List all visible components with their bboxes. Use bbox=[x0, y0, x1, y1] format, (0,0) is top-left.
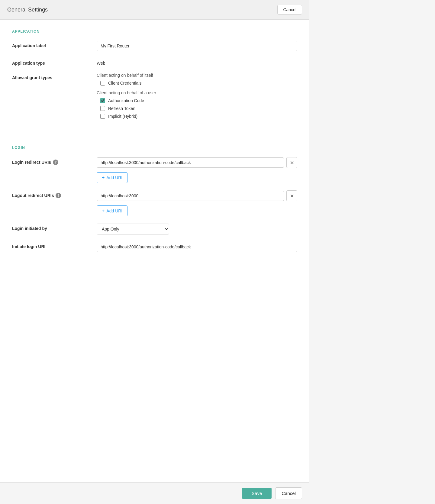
application-type-label: Application type bbox=[12, 58, 97, 66]
logout-redirect-add-uri-button[interactable]: + Add URI bbox=[97, 205, 127, 216]
page-header: General Settings Cancel bbox=[0, 0, 309, 20]
login-section: LOGIN Login redirect URIs ? ✕ + Add URI bbox=[12, 146, 297, 252]
login-initiated-by-select[interactable]: App Only User Both bbox=[97, 224, 169, 234]
initiate-login-uri-row: Initiate login URI bbox=[12, 242, 297, 252]
refresh-token-label[interactable]: Refresh Token bbox=[108, 106, 135, 111]
grant-group-2: Client acting on behalf of a user Author… bbox=[97, 90, 297, 119]
application-label-input[interactable] bbox=[97, 41, 297, 51]
login-redirect-uri-input-0[interactable] bbox=[97, 157, 284, 168]
client-credentials-checkbox[interactable] bbox=[100, 81, 105, 86]
application-label-control bbox=[97, 41, 297, 51]
logout-redirect-uri-input-row-0: ✕ bbox=[97, 190, 297, 201]
application-type-value: Web bbox=[97, 58, 297, 66]
grant-types-row: Allowed grant types Client acting on beh… bbox=[12, 73, 297, 124]
authorization-code-row: Authorization Code bbox=[97, 98, 297, 103]
implicit-hybrid-row: Implicit (Hybrid) bbox=[97, 114, 297, 119]
plus-icon: + bbox=[102, 175, 105, 180]
application-section-title: APPLICATION bbox=[12, 29, 297, 34]
initiate-login-uri-control bbox=[97, 242, 297, 252]
application-section: APPLICATION Application label Applicatio… bbox=[12, 29, 297, 124]
logout-redirect-uri-input-0[interactable] bbox=[97, 191, 284, 201]
login-redirect-uri-input-row-0: ✕ bbox=[97, 157, 297, 168]
plus-icon-2: + bbox=[102, 208, 105, 214]
grant-types-label: Allowed grant types bbox=[12, 73, 97, 80]
login-initiated-by-row: Login initiated by App Only User Both bbox=[12, 224, 297, 234]
login-section-title: LOGIN bbox=[12, 146, 297, 150]
authorization-code-checkbox[interactable] bbox=[100, 98, 105, 103]
grant-group-1: Client acting on behalf of itself Client… bbox=[97, 73, 297, 86]
client-credentials-label[interactable]: Client Credentials bbox=[108, 81, 142, 86]
footer-cancel-button[interactable]: Cancel bbox=[275, 487, 302, 499]
login-initiated-by-control: App Only User Both bbox=[97, 224, 297, 234]
refresh-token-row: Refresh Token bbox=[97, 106, 297, 111]
application-label-row: Application label bbox=[12, 41, 297, 51]
logout-redirect-uris-help-icon[interactable]: ? bbox=[56, 193, 61, 198]
login-initiated-by-label: Login initiated by bbox=[12, 224, 97, 231]
authorization-code-label[interactable]: Authorization Code bbox=[108, 98, 144, 103]
login-redirect-uris-label: Login redirect URIs ? bbox=[12, 157, 97, 165]
login-redirect-uris-help-icon[interactable]: ? bbox=[53, 160, 58, 165]
page-title: General Settings bbox=[7, 7, 48, 13]
section-divider bbox=[12, 136, 297, 136]
initiate-login-uri-label: Initiate login URI bbox=[12, 242, 97, 249]
login-redirect-uris-control: ✕ + Add URI bbox=[97, 157, 297, 183]
main-content: APPLICATION Application label Applicatio… bbox=[0, 20, 309, 482]
implicit-hybrid-checkbox[interactable] bbox=[100, 114, 105, 119]
implicit-hybrid-label[interactable]: Implicit (Hybrid) bbox=[108, 114, 137, 119]
logout-redirect-uris-row: Logout redirect URIs ? ✕ + Add URI bbox=[12, 190, 297, 216]
login-redirect-uri-remove-0[interactable]: ✕ bbox=[286, 157, 297, 168]
logout-redirect-uris-label: Logout redirect URIs ? bbox=[12, 190, 97, 198]
refresh-token-checkbox[interactable] bbox=[100, 106, 105, 111]
header-cancel-button[interactable]: Cancel bbox=[277, 5, 302, 15]
application-type-control: Web bbox=[97, 58, 297, 66]
logout-redirect-uri-remove-0[interactable]: ✕ bbox=[286, 190, 297, 201]
page-footer: Save Cancel bbox=[0, 482, 309, 504]
grant-group-2-label: Client acting on behalf of a user bbox=[97, 90, 297, 95]
application-type-row: Application type Web bbox=[12, 58, 297, 66]
client-credentials-row: Client Credentials bbox=[97, 81, 297, 86]
grant-types-control: Client acting on behalf of itself Client… bbox=[97, 73, 297, 124]
application-label-label: Application label bbox=[12, 41, 97, 48]
grant-group-1-label: Client acting on behalf of itself bbox=[97, 73, 297, 78]
login-redirect-add-uri-button[interactable]: + Add URI bbox=[97, 172, 127, 183]
initiate-login-uri-input[interactable] bbox=[97, 242, 297, 252]
logout-redirect-uris-control: ✕ + Add URI bbox=[97, 190, 297, 216]
login-redirect-uris-row: Login redirect URIs ? ✕ + Add URI bbox=[12, 157, 297, 183]
save-button[interactable]: Save bbox=[242, 488, 272, 499]
